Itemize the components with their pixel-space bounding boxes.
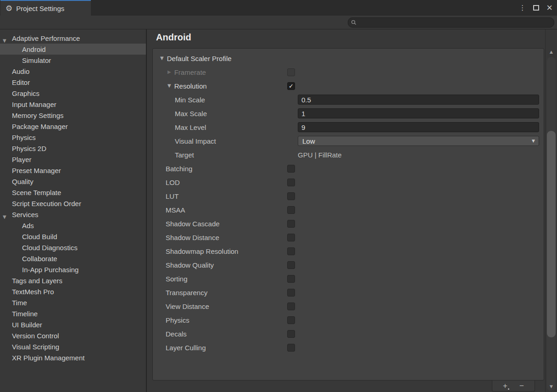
sidebar-item[interactable]: Version Control [0,330,146,341]
scaler-row: Shadow Distance [153,230,544,244]
resolution-checkbox[interactable]: ✓ [287,82,295,90]
sidebar-item[interactable]: Editor [0,77,146,88]
scaler-row: LOD [153,175,544,189]
foldout-closed-icon[interactable]: ▶ [167,70,171,74]
sidebar-item[interactable]: Player [0,154,146,165]
sidebar-item[interactable]: UI Builder [0,319,146,330]
foldout-open-icon[interactable]: ▼ [160,56,164,61]
sidebar-item[interactable]: Adaptive Performance [0,33,146,44]
sidebar-item[interactable]: Time [0,297,146,308]
sidebar-item[interactable]: Package Manager [0,121,146,132]
sidebar-item[interactable]: Android [0,44,146,55]
max-scale-input[interactable] [298,108,539,118]
sidebar-item[interactable]: Simulator [0,55,146,66]
max-level-input[interactable] [298,122,539,132]
visual-impact-value: Low [302,137,315,145]
scaler-row: Shadow Cascade [153,217,544,230]
scaler-checkbox[interactable] [287,165,295,173]
sidebar-item[interactable]: Memory Settings [0,110,146,121]
sidebar-item[interactable]: Ads [0,220,146,231]
sidebar-item-label: Player [12,156,32,163]
page-title: Android [156,32,191,43]
default-scaler-profile-foldout[interactable]: ▼ Default Scaler Profile [153,51,544,65]
scaler-label: MSAA [153,206,287,214]
sidebar-item-label: Ads [22,222,34,230]
scroll-up-icon[interactable]: ▲ [546,50,557,54]
foldout-arrow-icon[interactable] [3,212,8,218]
visual-impact-row: Visual Impact Low ▼ [153,134,544,148]
scaler-checkbox[interactable] [287,289,295,297]
scaler-checkbox[interactable] [287,344,295,352]
sidebar-item[interactable]: Physics [0,132,146,143]
scaler-row: Sorting [153,272,544,286]
close-icon[interactable]: × [546,3,552,13]
scaler-row: Shadow Quality [153,258,544,272]
scaler-checkbox[interactable] [287,316,295,324]
scaler-checkbox[interactable] [287,220,295,228]
window-menu-icon[interactable]: ⋮ [519,5,526,11]
scaler-label: Physics [153,316,287,324]
target-value: GPU | FillRate [298,151,342,159]
sidebar-item-label: XR Plugin Management [12,354,84,362]
remove-button[interactable]: − [519,382,524,390]
tab-project-settings[interactable]: ⚙ Project Settings [0,0,91,16]
sidebar-item[interactable]: Cloud Diagnostics [0,242,146,253]
sidebar-item[interactable]: Services [0,209,146,220]
scaler-label: Shadow Cascade [153,220,287,228]
sidebar-item-label: Script Execution Order [12,200,81,207]
scaler-checkbox[interactable] [287,261,295,269]
scaler-checkbox[interactable] [287,179,295,186]
scaler-checkbox[interactable] [287,302,295,310]
sidebar-item[interactable]: Audio [0,66,146,77]
sidebar-item[interactable]: Preset Manager [0,165,146,176]
add-button[interactable]: + [503,382,507,390]
scaler-checkbox[interactable] [287,234,295,241]
scaler-row: Decals [153,327,544,341]
scaler-checkbox[interactable] [287,247,295,255]
scaler-checkbox[interactable] [287,330,295,338]
sidebar-item-label: UI Builder [12,321,42,329]
foldout-open-icon[interactable]: ▼ [167,84,171,88]
foldout-arrow-icon[interactable] [3,36,8,41]
scaler-checkbox[interactable] [287,206,295,214]
scrollbar-thumb[interactable] [547,131,556,337]
target-row: Target GPU | FillRate [153,148,544,162]
sidebar-item-label: Services [12,211,39,218]
framerate-checkbox[interactable] [287,68,295,76]
scaler-row: Transparency [153,286,544,299]
sidebar-item-label: Quality [12,178,33,185]
sidebar-item[interactable]: In-App Purchasing [0,264,146,275]
sidebar-item-label: Simulator [22,56,51,64]
sidebar-item[interactable]: XR Plugin Management [0,352,146,363]
sidebar-item-label: Timeline [12,310,38,318]
sidebar-item-label: Cloud Build [22,233,57,241]
sidebar-item[interactable]: Collaborate [0,253,146,264]
sidebar-item[interactable]: Physics 2D [0,143,146,154]
main-panel: Android ▼ Default Scaler Profile ▶ Frame… [147,29,545,392]
min-scale-input[interactable] [298,95,539,105]
sidebar-item[interactable]: Scene Template [0,187,146,198]
sidebar-item[interactable]: Visual Scripting [0,341,146,352]
sidebar-item[interactable]: Input Manager [0,99,146,110]
sidebar-item-label: Tags and Layers [12,277,62,285]
sidebar-item[interactable]: Timeline [0,308,146,319]
scaler-checkbox[interactable] [287,192,295,200]
title-bar: ⚙ Project Settings ⋮ × [0,0,557,16]
sidebar-item-label: Scene Template [12,189,61,196]
scaler-checkbox[interactable] [287,275,295,283]
scaler-label: Shadow Distance [153,234,287,241]
search-box[interactable] [348,17,554,28]
visual-impact-dropdown[interactable]: Low ▼ [298,136,539,146]
min-scale-row: Min Scale [153,93,544,106]
scroll-down-icon[interactable]: ▼ [546,385,557,389]
maximize-icon[interactable] [533,5,539,11]
sidebar-item[interactable]: Cloud Build [0,231,146,242]
sidebar-item[interactable]: Tags and Layers [0,275,146,286]
vertical-scrollbar[interactable]: ▲ ▼ [545,29,557,392]
sidebar-item[interactable]: Script Execution Order [0,198,146,209]
sidebar-item[interactable]: Graphics [0,88,146,99]
search-input[interactable] [358,19,551,26]
sidebar-item[interactable]: Quality [0,176,146,187]
sidebar-item[interactable]: TextMesh Pro [0,286,146,297]
scaler-row: MSAA [153,203,544,217]
